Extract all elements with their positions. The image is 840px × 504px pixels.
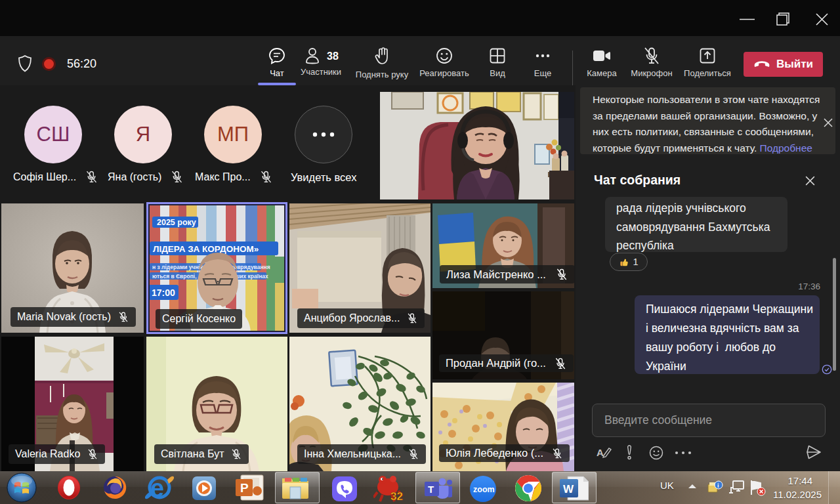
svg-text:P: P bbox=[240, 481, 249, 495]
svg-text:T: T bbox=[428, 484, 434, 495]
svg-text:17:00: 17:00 bbox=[152, 287, 175, 298]
svg-text:i: i bbox=[717, 482, 719, 489]
svg-text:32: 32 bbox=[390, 490, 403, 503]
svg-text:e: e bbox=[150, 474, 164, 502]
svg-text:W: W bbox=[563, 483, 574, 495]
svg-text:A: A bbox=[597, 447, 604, 458]
svg-text:zoom: zoom bbox=[473, 485, 495, 494]
svg-text:ЛІДЕРА ЗА КОРДОНОМ»: ЛІДЕРА ЗА КОРДОНОМ» bbox=[153, 244, 259, 254]
svg-text:2025 року: 2025 року bbox=[157, 218, 196, 227]
